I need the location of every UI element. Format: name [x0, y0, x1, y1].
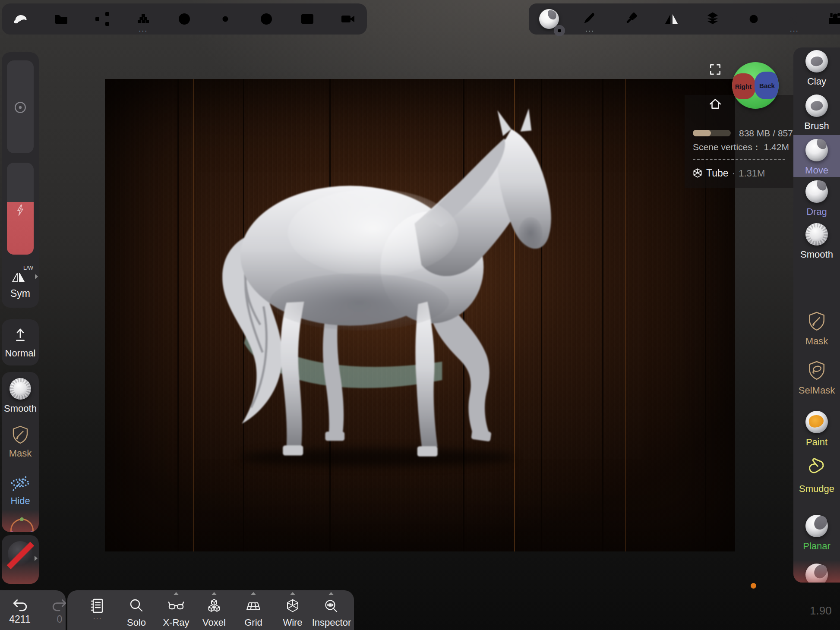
grid-button[interactable]: Grid [238, 598, 269, 628]
intensity-fill [7, 202, 34, 255]
wood-plank-line [602, 79, 603, 551]
selmask-shield-icon [807, 360, 826, 381]
clay-sphere-icon [805, 50, 828, 72]
tool-paint-label: Paint [806, 437, 827, 448]
redo-button[interactable]: 0 [46, 597, 73, 625]
scene-bricks-icon[interactable]: ··· [131, 5, 156, 33]
hide-quick-label: Hide [2, 495, 39, 507]
falloff-normal-panel: Normal [2, 319, 39, 365]
undo-button[interactable]: 4211 [6, 597, 34, 625]
sym-mirror-icon [11, 270, 26, 284]
gizmo-back-label: Back [759, 82, 775, 89]
falloff-none-button[interactable] [8, 541, 33, 566]
falloff-expand-caret[interactable] [35, 556, 38, 561]
top-right-toolbar: ··· ··· [529, 3, 840, 35]
interface-sliders-icon[interactable]: ··· [782, 5, 807, 33]
settings-gear-icon[interactable] [741, 5, 766, 33]
tool-selmask[interactable]: SelMask [793, 360, 840, 396]
version-label: 1.90 [810, 604, 832, 617]
horse-sculpture[interactable] [157, 103, 571, 482]
normal-mode-button[interactable]: Normal [2, 319, 39, 365]
background-image-icon[interactable] [295, 5, 320, 33]
stats-separator [693, 159, 785, 160]
gizmo-back-face[interactable]: Back [755, 72, 779, 99]
falloff-none-icon [8, 541, 33, 566]
gizmo-right-face[interactable]: Right [732, 73, 755, 99]
tool-planar[interactable]: Planar [793, 515, 840, 552]
tool-drag-label: Drag [806, 206, 827, 217]
wire-button[interactable]: Wire [277, 598, 308, 628]
material-gear-badge[interactable] [554, 25, 565, 36]
partial-sphere-icon [805, 564, 828, 583]
voxel-button[interactable]: Voxel [198, 598, 231, 628]
inspector-options-caret[interactable] [328, 592, 334, 595]
redo-count: 0 [57, 614, 63, 625]
quick-tools-panel: Smooth Mask Hide [2, 372, 39, 532]
xray-button[interactable]: X-Ray [160, 598, 193, 628]
home-view-icon[interactable] [708, 97, 723, 110]
sculpt-viewport[interactable] [105, 79, 735, 551]
tool-move[interactable]: Move [793, 139, 840, 176]
top-left-toolbar: ··· [2, 3, 367, 35]
tool-smudge[interactable]: Smudge [793, 457, 840, 495]
memory-text: 838 MB / 857 MB [739, 128, 793, 139]
tool-drag[interactable]: Drag [793, 180, 840, 217]
gizmo-axis-dot-purple [10, 531, 14, 532]
tool-brush[interactable]: Brush [793, 94, 840, 132]
paint-roller-icon[interactable] [618, 5, 643, 33]
drag-sphere-icon [805, 180, 828, 203]
wire-label: Wire [283, 617, 302, 628]
inspector-button[interactable]: Inspector [309, 598, 354, 628]
material-sphere-button[interactable] [537, 5, 562, 33]
fullscreen-icon[interactable] [709, 63, 722, 76]
intensity-lightning-icon [7, 204, 34, 217]
tool-mask[interactable]: Mask [793, 311, 840, 347]
sym-label: Sym [2, 288, 39, 299]
layers-list-button[interactable]: ··· [83, 597, 112, 620]
hide-quick-button[interactable]: Hide [2, 472, 39, 507]
symmetry-mirror-icon[interactable] [659, 5, 684, 33]
matcap-ball-icon[interactable] [172, 5, 197, 33]
move-sphere-icon [805, 139, 828, 161]
tool-partial-next[interactable] [793, 564, 840, 583]
tool-paint[interactable]: Paint [793, 411, 840, 448]
tool-clay[interactable]: Clay [793, 50, 840, 87]
tool-planar-label: Planar [803, 541, 831, 552]
files-folder-icon[interactable] [49, 5, 74, 33]
light-sun-icon[interactable] [213, 5, 238, 33]
object-row[interactable]: Tube · 1.31M [692, 167, 765, 179]
camera-icon[interactable] [336, 5, 361, 33]
nomad-logo[interactable] [8, 5, 33, 33]
share-nodes-icon[interactable] [90, 5, 115, 33]
smooth-quick-button[interactable]: Smooth [2, 376, 39, 414]
mesh-hexagon-icon [692, 168, 703, 179]
brush-sphere-icon [805, 94, 828, 117]
undo-count: 4211 [9, 614, 30, 625]
gizmo-tool-icon [10, 519, 34, 532]
intensity-slider[interactable] [7, 163, 34, 255]
xray-options-caret[interactable] [174, 592, 179, 595]
normal-label: Normal [0, 348, 41, 359]
tool-smooth[interactable]: Smooth [793, 223, 840, 260]
tool-smooth-label: Smooth [800, 249, 833, 260]
mask-quick-button[interactable]: Mask [2, 423, 39, 459]
render-aperture-icon[interactable] [254, 5, 279, 33]
scene-vertices-text: Scene vertices： 1.42M [693, 141, 789, 153]
radius-slider[interactable] [7, 60, 34, 153]
layers-more-dots: ··· [93, 617, 102, 620]
sym-expand-caret[interactable] [35, 274, 38, 279]
orientation-gizmo[interactable]: Right Back [732, 62, 779, 109]
solo-button[interactable]: Solo [121, 597, 152, 628]
falloff-selector-panel [2, 535, 39, 584]
voxel-options-caret[interactable] [212, 592, 217, 595]
toolbox-icon[interactable] [823, 5, 840, 33]
layers-icon[interactable] [700, 5, 725, 33]
wire-options-caret[interactable] [290, 592, 295, 595]
grid-label: Grid [244, 617, 262, 628]
gizmo-tool-button[interactable] [10, 519, 34, 532]
brush-more-dots: ··· [578, 29, 603, 32]
scene-more-dots: ··· [131, 29, 156, 32]
xray-label: X-Ray [163, 617, 189, 628]
grid-options-caret[interactable] [251, 592, 256, 595]
paint-brush-icon[interactable]: ··· [578, 5, 603, 33]
